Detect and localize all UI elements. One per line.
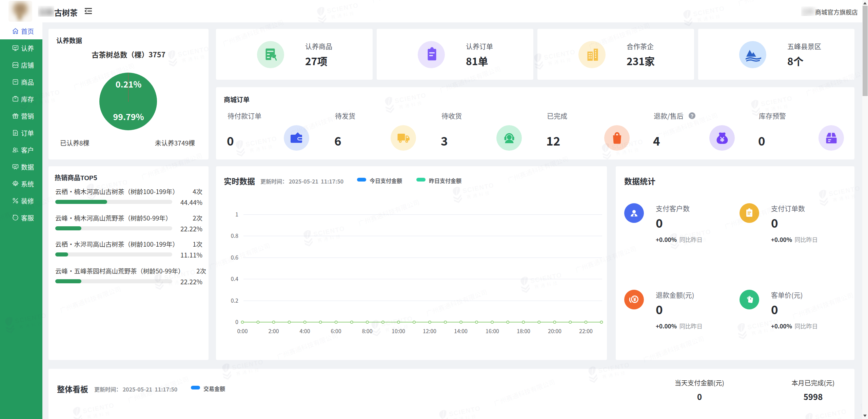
svg-text:20:00: 20:00 bbox=[548, 327, 561, 335]
svg-text:22:00: 22:00 bbox=[579, 327, 593, 335]
svg-text:16:00: 16:00 bbox=[486, 327, 499, 335]
svg-text:8:00: 8:00 bbox=[362, 327, 372, 335]
svg-text:14:00: 14:00 bbox=[454, 327, 468, 335]
svg-text:0.2: 0.2 bbox=[231, 296, 238, 304]
svg-text:0.8: 0.8 bbox=[231, 231, 238, 240]
svg-text:0:00: 0:00 bbox=[237, 327, 248, 335]
svg-text:6:00: 6:00 bbox=[331, 327, 341, 335]
svg-text:4:00: 4:00 bbox=[299, 327, 310, 335]
svg-text:0.4: 0.4 bbox=[231, 274, 238, 283]
svg-text:10:00: 10:00 bbox=[392, 327, 405, 335]
svg-text:0: 0 bbox=[235, 318, 238, 326]
svg-text:1: 1 bbox=[235, 210, 238, 218]
svg-text:2:00: 2:00 bbox=[268, 327, 279, 335]
svg-text:12:00: 12:00 bbox=[423, 327, 436, 335]
svg-text:18:00: 18:00 bbox=[517, 327, 530, 335]
svg-text:0.6: 0.6 bbox=[231, 253, 238, 261]
